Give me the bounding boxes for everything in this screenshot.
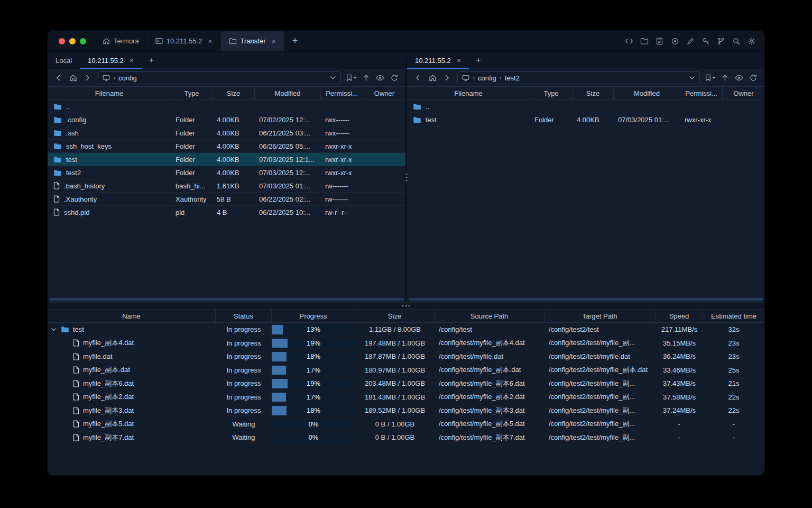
settings-icon[interactable] xyxy=(745,34,758,48)
back-icon[interactable] xyxy=(52,71,65,84)
horizontal-splitter[interactable] xyxy=(48,302,764,310)
refresh-icon[interactable] xyxy=(747,71,760,84)
left-horizontal-scrollbar[interactable] xyxy=(48,297,405,302)
column-header-progress[interactable]: Progress xyxy=(272,310,355,322)
eye-icon[interactable] xyxy=(374,71,386,84)
folder-icon[interactable] xyxy=(638,34,651,48)
close-tab-icon[interactable]: × xyxy=(130,57,134,64)
up-arrow-icon[interactable] xyxy=(359,71,372,84)
breadcrumb-item-config[interactable]: config xyxy=(478,74,496,82)
close-window-button[interactable] xyxy=(59,38,65,44)
size-cell: 58 B xyxy=(213,195,255,203)
transfer-row-test[interactable]: testIn progress13%1.11GB / 8.00GB/config… xyxy=(48,323,764,337)
file-row-ssh-host-keys[interactable]: ssh_host_keysFolder4.00KB06/26/2025 05:.… xyxy=(48,140,405,153)
file-row-.bash-history[interactable]: .bash_historybash_hi...1.61KB07/03/2025 … xyxy=(48,179,405,193)
log-icon[interactable] xyxy=(653,34,666,48)
right-new-tab-button[interactable]: + xyxy=(469,52,488,69)
left-new-tab-button[interactable]: + xyxy=(142,52,161,69)
forward-icon[interactable] xyxy=(81,71,94,84)
close-tab-icon[interactable]: × xyxy=(272,38,276,45)
titlebar-tab-termora[interactable]: Termora xyxy=(95,31,147,51)
path-dropdown-icon[interactable] xyxy=(330,76,336,80)
transfer-row-myfile-4.dat[interactable]: myfile_副本4.datIn progress19%197.48MB / 1… xyxy=(48,337,764,350)
folder-icon xyxy=(53,130,62,137)
filename: .. xyxy=(426,103,429,111)
file-row-..[interactable]: .. xyxy=(407,100,764,113)
file-row-sshd.pid[interactable]: sshd.pidpid4 B06/22/2025 10:...rw-r--r-- xyxy=(48,206,405,219)
column-header-modified[interactable]: Modified xyxy=(255,87,321,99)
column-header-name[interactable]: Name xyxy=(48,310,216,322)
branch-icon[interactable] xyxy=(714,34,727,48)
edit-icon[interactable] xyxy=(684,34,697,48)
column-header-owner[interactable]: Owner xyxy=(363,87,405,99)
close-tab-icon[interactable]: × xyxy=(457,57,461,64)
transfer-row-myfile-2.dat[interactable]: myfile_副本2.datIn progress17%181.43MB / 1… xyxy=(48,391,764,404)
home-icon[interactable] xyxy=(67,71,79,84)
status-cell: Waiting xyxy=(216,420,272,428)
path-dropdown-icon[interactable] xyxy=(689,76,695,80)
minimize-window-button[interactable] xyxy=(69,38,76,44)
pane-tab-10.211.55.2[interactable]: 10.211.55.2× xyxy=(80,52,142,69)
column-header-status[interactable]: Status xyxy=(216,310,272,322)
splitter-handle-icon[interactable] xyxy=(402,305,410,307)
transfer-row-myfile-.dat[interactable]: myfile_副本.datIn progress17%180.97MB / 1.… xyxy=(48,364,764,377)
right-horizontal-scrollbar[interactable] xyxy=(407,297,764,302)
transfer-row-myfile-3.dat[interactable]: myfile_副本3.datIn progress18%189.52MB / 1… xyxy=(48,404,764,418)
back-icon[interactable] xyxy=(412,71,425,84)
home-icon[interactable] xyxy=(426,71,439,84)
record-icon[interactable] xyxy=(668,34,681,48)
column-header-type[interactable]: Type xyxy=(171,87,213,99)
zoom-window-button[interactable] xyxy=(80,38,86,44)
column-header-size[interactable]: Size xyxy=(213,87,255,99)
file-row-test2[interactable]: test2Folder4.00KB07/03/2025 12:...rwxr-x… xyxy=(48,166,405,179)
breadcrumb-item-config[interactable]: config xyxy=(118,74,137,82)
close-tab-icon[interactable]: × xyxy=(208,38,212,45)
search-icon[interactable] xyxy=(730,34,743,48)
vertical-splitter[interactable] xyxy=(405,52,407,302)
column-header-estimated-time[interactable]: Estimated time xyxy=(703,310,764,322)
code-icon[interactable] xyxy=(622,34,635,48)
titlebar-tab-10.211.55.2[interactable]: 10.211.55.2× xyxy=(147,31,221,51)
splitter-handle-icon[interactable] xyxy=(405,173,407,181)
column-header-permissi...[interactable]: Permissi... xyxy=(321,87,363,99)
file-row-test[interactable]: testFolder4.00KB07/03/2025 01:...rwxr-xr… xyxy=(407,113,764,126)
file-row-..[interactable]: .. xyxy=(48,100,405,113)
eye-icon[interactable] xyxy=(733,71,745,84)
column-header-permissi...[interactable]: Permissi... xyxy=(680,87,723,99)
bookmark-icon[interactable] xyxy=(345,71,358,84)
file-row-.ssh[interactable]: .sshFolder4.00KB06/21/2025 03:...rwx----… xyxy=(48,126,405,140)
bookmark-icon[interactable] xyxy=(704,71,717,84)
key-icon[interactable] xyxy=(699,34,712,48)
transfer-row-myfile-6.dat[interactable]: myfile_副本6.datIn progress19%203.48MB / 1… xyxy=(48,377,764,391)
column-header-filename[interactable]: Filename xyxy=(48,87,171,99)
pane-tab-10.211.55.2[interactable]: 10.211.55.2× xyxy=(407,52,469,69)
transfer-row-myfile-5.dat[interactable]: myfile_副本5.datWaiting0%0 B / 1.00GB/conf… xyxy=(48,418,764,431)
up-arrow-icon[interactable] xyxy=(718,71,731,84)
refresh-icon[interactable] xyxy=(388,71,401,84)
new-tab-button[interactable]: + xyxy=(284,31,306,51)
breadcrumb-item-test2[interactable]: test2 xyxy=(505,74,520,82)
column-header-size[interactable]: Size xyxy=(573,87,614,99)
file-row-test[interactable]: testFolder4.00KB07/03/2025 12:1...rwxr-x… xyxy=(48,153,405,166)
column-header-type[interactable]: Type xyxy=(530,87,573,99)
right-path-field[interactable]: ›config›test2 xyxy=(457,71,700,84)
column-header-modified[interactable]: Modified xyxy=(614,87,680,99)
column-header-owner[interactable]: Owner xyxy=(723,87,764,99)
expand-chevron-icon[interactable] xyxy=(51,328,56,331)
transfer-item-name: myfile_副本4.dat xyxy=(83,338,134,348)
transfer-row-myfile-7.dat[interactable]: myfile_副本7.datWaiting0%0 B / 1.00GB/conf… xyxy=(48,431,764,444)
transfer-row-myfile.dat[interactable]: myfile.datIn progress18%187.87MB / 1.00G… xyxy=(48,350,764,364)
pane-tab-local[interactable]: Local xyxy=(48,52,80,69)
column-header-speed[interactable]: Speed xyxy=(656,310,703,322)
forward-icon[interactable] xyxy=(440,71,453,84)
file-row-.config[interactable]: .configFolder4.00KB07/02/2025 12:...rwx-… xyxy=(48,113,405,126)
column-header-source-path[interactable]: Source Path xyxy=(435,310,545,322)
eta-cell: 21s xyxy=(703,379,764,387)
titlebar-tab-transfer[interactable]: Transfer× xyxy=(221,31,284,51)
file-row-.xauthority[interactable]: .XauthorityXauthority58 B06/22/2025 02:.… xyxy=(48,193,405,206)
left-path-field[interactable]: ›config xyxy=(98,71,341,84)
column-header-size[interactable]: Size xyxy=(355,310,435,322)
column-header-filename[interactable]: Filename xyxy=(407,87,530,99)
source-path-cell: /config/test/myfile_副本6.dat xyxy=(435,379,545,388)
column-header-target-path[interactable]: Target Path xyxy=(545,310,656,322)
